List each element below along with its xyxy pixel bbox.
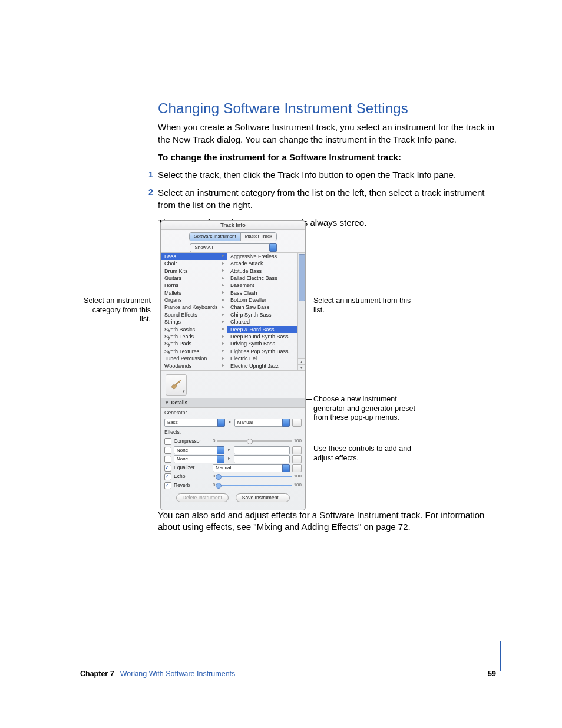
intro-paragraph: When you create a Software Instrument tr…: [158, 121, 497, 146]
chevron-right-icon: ▸: [222, 319, 224, 325]
footer-page-number: 59: [488, 669, 496, 679]
category-row[interactable]: Horns▸: [161, 282, 227, 289]
edit-generator-button[interactable]: [292, 419, 302, 427]
effect-preset-dropdown[interactable]: [234, 446, 290, 454]
effect-preset-dropdown[interactable]: Manual: [213, 464, 290, 472]
category-row[interactable]: Tuned Percussion▸: [161, 355, 227, 362]
delete-instrument-button[interactable]: Delete Instrument: [176, 493, 229, 502]
effect-row: EqualizerManual: [164, 463, 302, 472]
save-instrument-button[interactable]: Save Instrument…: [236, 493, 290, 502]
chevron-right-icon: ▸: [222, 363, 224, 369]
instrument-row[interactable]: Aggressive Fretless: [227, 253, 297, 260]
instrument-row[interactable]: Deep & Hard Bass: [227, 326, 297, 333]
category-row[interactable]: Guitars▸: [161, 275, 227, 282]
tab-master-track[interactable]: Master Track: [241, 233, 276, 241]
effect-slider[interactable]: 0100: [213, 482, 302, 489]
effect-checkbox[interactable]: [164, 473, 171, 480]
instrument-row[interactable]: Arcade Attack: [227, 260, 297, 267]
instrument-row[interactable]: Eye Liner: [227, 370, 297, 370]
effect-checkbox[interactable]: [164, 447, 171, 454]
tab-software-instrument[interactable]: Software Instrument: [190, 233, 241, 241]
effect-name: Equalizer: [174, 465, 210, 471]
instrument-row[interactable]: Basement: [227, 282, 297, 289]
instrument-row[interactable]: Electric Eel: [227, 355, 297, 362]
instrument-row[interactable]: Ballad Electric Bass: [227, 275, 297, 282]
category-row[interactable]: Choir▸: [161, 260, 227, 267]
instrument-row[interactable]: Bottom Dweller: [227, 297, 297, 304]
generator-dropdown[interactable]: Bass: [164, 419, 225, 427]
instrument-row[interactable]: Deep Round Synth Bass: [227, 333, 297, 340]
category-row[interactable]: Bass▸: [161, 253, 227, 260]
edit-effect-button[interactable]: [292, 446, 302, 454]
effect-checkbox[interactable]: [164, 465, 171, 472]
effect-type-dropdown[interactable]: None: [174, 455, 224, 463]
generator-preset-dropdown[interactable]: Manual: [234, 419, 290, 427]
instrument-list[interactable]: Aggressive FretlessArcade AttackAttitude…: [227, 253, 297, 370]
instrument-row[interactable]: Driving Synth Bass: [227, 340, 297, 347]
effect-slider[interactable]: 0100: [213, 438, 302, 444]
step-item: 1Select the track, then click the Track …: [158, 169, 497, 181]
instrument-row[interactable]: Bass Clash: [227, 289, 297, 297]
chevron-right-icon: ▸: [222, 297, 224, 304]
effect-checkbox[interactable]: [164, 438, 171, 445]
details-disclosure[interactable]: ▼Details: [161, 398, 305, 408]
chevron-right-icon: ▸: [222, 355, 224, 362]
category-row[interactable]: Woodwinds▸: [161, 362, 227, 369]
instrument-scrollbar[interactable]: ▴ ▾: [297, 253, 305, 370]
effect-row: None▸: [164, 446, 302, 454]
instrument-icon-button[interactable]: ▾: [166, 374, 187, 396]
effect-checkbox[interactable]: [164, 482, 171, 489]
category-row[interactable]: Synth Basics▸: [161, 326, 227, 333]
effect-checkbox[interactable]: [164, 456, 171, 463]
instrument-row[interactable]: Chirp Synth Bass: [227, 311, 297, 318]
category-row[interactable]: Sound Effects▸: [161, 311, 227, 318]
chevron-down-icon: ▾: [183, 388, 185, 394]
instrument-row[interactable]: Eighties Pop Synth Bass: [227, 348, 297, 355]
category-row[interactable]: Synth Leads▸: [161, 333, 227, 340]
scroll-up-icon[interactable]: ▴: [298, 358, 305, 364]
instrument-row[interactable]: Attitude Bass: [227, 267, 297, 274]
instrument-row[interactable]: Cloaked: [227, 318, 297, 325]
chevron-right-icon: ▸: [222, 348, 224, 354]
task-heading: To change the instrument for a Software …: [158, 151, 497, 163]
effect-row: Echo0100: [164, 472, 302, 481]
step-text: Select the track, then click the Track I…: [158, 170, 456, 180]
step-text: Select an instrument category from the l…: [158, 187, 484, 209]
scroll-down-icon[interactable]: ▾: [298, 364, 305, 370]
play-icon[interactable]: ▸: [227, 419, 232, 426]
chevron-right-icon: ▸: [222, 253, 224, 259]
category-row[interactable]: Strings▸: [161, 318, 227, 325]
effect-name: Compressor: [174, 438, 210, 444]
edit-effect-button[interactable]: [292, 455, 302, 463]
chevron-right-icon: ▸: [222, 268, 224, 274]
effects-label: Effects:: [164, 429, 302, 436]
instrument-row[interactable]: Electric Upright Jazz: [227, 362, 297, 369]
category-row[interactable]: Drum Kits▸: [161, 267, 227, 274]
chevron-right-icon: ▸: [222, 289, 224, 296]
category-list[interactable]: Bass▸Choir▸Drum Kits▸Guitars▸Horns▸Malle…: [161, 253, 227, 370]
chevron-right-icon: ▸: [222, 341, 224, 347]
callout-category: Select an instrument category from this …: [80, 297, 151, 324]
effect-slider[interactable]: 0100: [213, 473, 302, 480]
scrollbar-thumb[interactable]: [299, 254, 305, 301]
show-all-dropdown[interactable]: Show All: [190, 243, 277, 252]
chevron-right-icon: ▸: [222, 312, 224, 318]
category-row[interactable]: Synth Pads▸: [161, 340, 227, 347]
effect-name: Echo: [174, 473, 210, 480]
category-row[interactable]: Synth Textures▸: [161, 348, 227, 355]
category-row[interactable]: Organs▸: [161, 297, 227, 304]
effect-preset-dropdown[interactable]: [234, 455, 290, 463]
instrument-row[interactable]: Chain Saw Bass: [227, 304, 297, 311]
category-row[interactable]: Pianos and Keyboards▸: [161, 304, 227, 311]
track-type-tabs[interactable]: Software Instrument Master Track: [189, 232, 277, 241]
footer-chapter: Chapter 7Working With Software Instrumen…: [80, 669, 235, 679]
effect-name: Reverb: [174, 482, 210, 489]
chevron-right-icon: ▸: [222, 282, 224, 289]
chevron-right-icon: ▸: [222, 326, 224, 332]
effect-type-dropdown[interactable]: None: [174, 446, 224, 454]
category-row[interactable]: Mallets▸: [161, 289, 227, 297]
edit-effect-button[interactable]: [292, 464, 302, 472]
panel-title: Track Info: [161, 221, 305, 230]
chevron-right-icon: ▸: [222, 261, 224, 267]
generator-label: Generator: [164, 410, 302, 416]
